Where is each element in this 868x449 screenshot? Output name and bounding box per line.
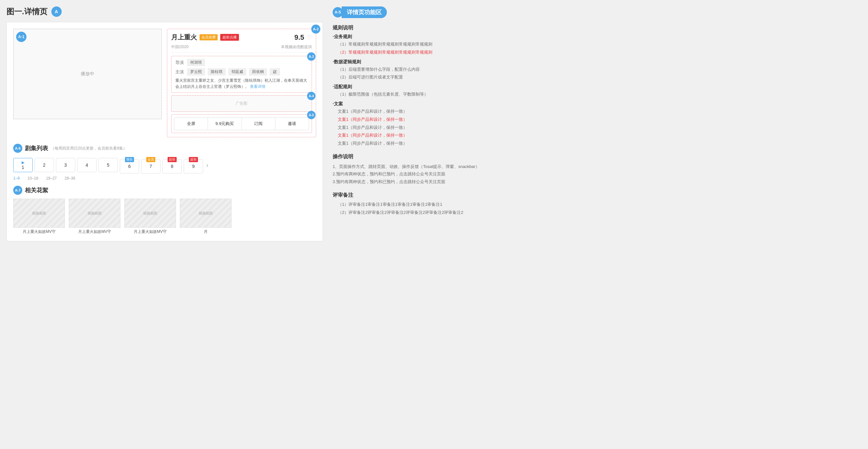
related-thumbnail-3[interactable]: 视频截图 (124, 199, 176, 228)
video-label-3: 视频截图 (143, 211, 157, 216)
rules-section: 规则说明 ·业务规则 （1）常规规则常规规则常规规则常规规则常规规则 （2）常规… (333, 25, 862, 147)
right-header: A-5 详情页功能区 (333, 6, 862, 18)
related-thumbnail-4[interactable]: 视频截图 (180, 199, 231, 228)
related-title-2: 月上重火如故MV守 (69, 229, 120, 235)
video-playing-text: 播放中 (81, 71, 94, 77)
episode-btn-6[interactable]: 预告 6 (120, 159, 139, 174)
business-rules-label: ·业务规则 (333, 34, 862, 40)
related-item-4: 视频截图 月 (180, 199, 231, 235)
cast-row: 主演 罗云熙 陈钰琪 邹廷威 田依桐 赵 (175, 68, 308, 76)
business-rule-2: （2）常规规则常规规则常规规则常规规则常规规则 (333, 49, 862, 56)
main-content: A-1 播放中 A-2 月上重火 会员免费 超前点播 9.5 ♡ (6, 22, 323, 241)
desc-link[interactable]: 查看详情 (250, 84, 266, 89)
episode-btn-3[interactable]: 3 (56, 158, 75, 172)
related-thumbnail-1[interactable]: 视频截图 (13, 199, 65, 228)
buy-button[interactable]: 9.9元购买 (208, 117, 241, 130)
copy-rule-2: 文案1（同步产品和设计，保持一致） (333, 116, 862, 123)
review-section: 评审备注 （1）评审备注1审备注1审备注1审备注1审备注1审备注1 （2）评审备… (333, 192, 862, 216)
episode-btn-8[interactable]: 超前 8 (162, 159, 182, 174)
tag-preview-6: 预告 (125, 157, 134, 162)
related-thumbnail-2[interactable]: 视频截图 (69, 199, 120, 228)
meta-row: 中国/2020 本视频由优酷提供 (171, 44, 312, 53)
video-label-1: 视频截图 (32, 211, 46, 216)
fit-rule-1: （1）极限范围值（包括元素长度、字数限制等） (333, 91, 862, 98)
episode-btn-2[interactable]: 2 (35, 158, 54, 172)
cast-2[interactable]: 陈钰琪 (208, 68, 226, 76)
copy-rule-3: 文案1（同步产品和设计，保持一致） (333, 124, 862, 131)
fullscreen-button[interactable]: 全屏 (174, 117, 208, 130)
subscribe-button[interactable]: 订阅 (242, 117, 275, 130)
action-buttons: 全屏 9.9元购买 订阅 邀请 (174, 117, 309, 130)
range-10-18[interactable]: 10–18 (27, 176, 38, 181)
badge-a4: A-4 (307, 92, 315, 100)
business-rule-1: （1）常规规则常规规则常规规则常规规则常规规则 (333, 41, 862, 48)
right-section: A-5 详情页功能区 规则说明 ·业务规则 （1）常规规则常规规则常规规则常规规… (323, 6, 862, 443)
related-list: 视频截图 月上重火如故MV守 视频截图 月上重火如故MV守 视频截图 (13, 199, 316, 235)
badge-a3: A-3 (307, 52, 315, 61)
data-logic-rule-1: （1）后端需要增加什么字段，配置什么内容 (333, 66, 862, 73)
video-info-row: A-1 播放中 A-2 月上重火 会员免费 超前点播 9.5 ♡ (13, 29, 316, 137)
info-section: A-3 导演 何澍培 主演 罗云熙 陈钰琪 邹廷威 田依桐 赵 (171, 56, 312, 93)
cast-5[interactable]: 赵 (270, 68, 280, 76)
ad-section: A-4 广告图 (171, 95, 312, 112)
page-title: 图一.详情页 (6, 6, 48, 17)
right-title-bar: 详情页功能区 (342, 6, 387, 18)
badge-a7: A-7 (13, 186, 22, 195)
operations-section: 操作说明 1、页面操作方式、跳转页面、动效、操作反馈（Tosat提示、弹窗、sn… (333, 153, 862, 185)
related-title-3: 月上重火如故MV守 (124, 229, 176, 235)
related-title: 相关花絮 (25, 186, 48, 194)
ops-text-3: 3.预约有两种状态，预约和已预约，点击跳转公众号关注页面 (333, 178, 862, 185)
range-28-36[interactable]: 28–36 (65, 176, 75, 181)
chevron-right-icon[interactable]: › (206, 162, 208, 169)
badge-a1: A-1 (16, 32, 27, 42)
operations-title: 操作说明 (333, 153, 862, 160)
director-label: 导演 (175, 60, 184, 66)
title-row: 月上重火 会员免费 超前点播 9.5 ♡ (171, 33, 312, 42)
related-title-1: 月上重火如故MV守 (13, 229, 65, 235)
heart-icon[interactable]: ♡ (307, 34, 312, 41)
data-logic-rule-2: （2）后端可进行图片或者文字配置 (333, 74, 862, 81)
copy-rule-4: 文案1（同步产品和设计，保持一致） (333, 132, 862, 139)
badge-a5-inner: A-5 (307, 111, 315, 119)
review-title: 评审备注 (333, 192, 862, 199)
ad-label: 广告图 (175, 98, 308, 109)
range-19-27[interactable]: 19–27 (46, 176, 57, 181)
page-badge: A (51, 6, 62, 17)
episode-section-header: A-6 剧集列表 （每周四至周日20点更新，会员抢先看8集） (13, 144, 316, 153)
show-title: 月上重火 (171, 33, 197, 42)
info-panel: A-2 月上重火 会员免费 超前点播 9.5 ♡ 中国/2020 本视频由优酷提… (167, 29, 316, 137)
episode-ranges: 1–9 10–18 19–27 28–36 (13, 176, 316, 181)
range-1-9[interactable]: 1–9 (13, 176, 20, 181)
cast-4[interactable]: 田依桐 (249, 68, 267, 76)
review-item-2: （2）评审备注2评审备注2评审备注2评审备注2评审备注2评审备注2 (333, 209, 862, 216)
ops-text-2: 2.预约有两种状态，预约和已预约，点击跳转公众号关注页面 (333, 170, 862, 178)
copy-rules-label: ·文案 (333, 101, 862, 107)
ops-text-1: 1、页面操作方式、跳转页面、动效、操作反馈（Tosat提示、弹窗、snackba… (333, 163, 862, 170)
copy-rule-1: 文案1（同步产品和设计，保持一致） (333, 108, 862, 115)
related-section-header: A-7 相关花絮 (13, 186, 316, 195)
left-section: 图一.详情页 A A-1 播放中 A-2 月上重火 会员免费 (6, 6, 323, 443)
cast-1[interactable]: 罗云熙 (187, 68, 205, 76)
country-year: 中国/2020 (171, 44, 189, 50)
action-buttons-section: A-5 全屏 9.9元购买 订阅 邀请 (171, 114, 312, 133)
episode-btn-7[interactable]: 会员 7 (141, 159, 160, 174)
invite-button[interactable]: 邀请 (275, 117, 309, 130)
tag-vip: 会员免费 (199, 34, 218, 40)
rules-title: 规则说明 (333, 25, 862, 31)
director-name[interactable]: 何澍培 (187, 59, 205, 66)
tag-vip-7: 会员 (146, 157, 155, 162)
director-row: 导演 何澍培 (175, 59, 308, 66)
episode-btn-9[interactable]: 超前 9 (184, 159, 203, 174)
episode-btn-1[interactable]: ▶ 1 (13, 158, 33, 172)
related-item-2: 视频截图 月上重火如故MV守 (69, 199, 120, 235)
cast-label: 主演 (175, 69, 184, 75)
video-player[interactable]: A-1 播放中 (13, 29, 162, 119)
fit-rules-label: ·适配规则 (333, 84, 862, 90)
episode-btn-5[interactable]: 5 (98, 158, 118, 172)
page-header: 图一.详情页 A (6, 6, 323, 17)
cast-3[interactable]: 邹廷威 (228, 68, 246, 76)
play-icon: ▶ (22, 160, 25, 165)
badge-a6: A-6 (13, 144, 22, 153)
episode-list: ▶ 1 2 3 4 5 预告 6 会员 7 (13, 157, 203, 174)
episode-btn-4[interactable]: 4 (77, 158, 97, 172)
